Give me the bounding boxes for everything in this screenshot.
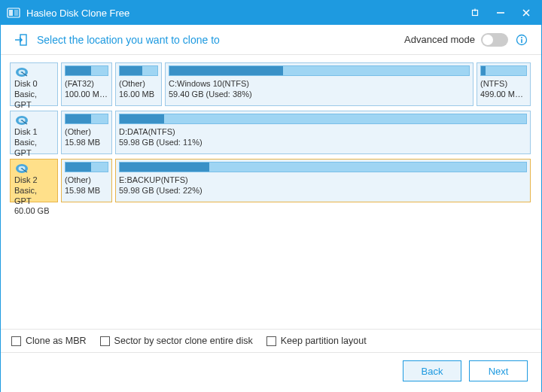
partition-size: 15.98 MB — [65, 186, 108, 196]
usage-bar — [480, 65, 527, 76]
disk-icon — [14, 163, 29, 175]
partition[interactable]: C:Windows 10(NTFS)59.40 GB (Used: 38%) — [165, 62, 473, 106]
checkbox-icon — [11, 336, 21, 346]
usage-bar — [119, 114, 527, 124]
partition-size: 15.98 MB — [65, 138, 108, 148]
sector-by-sector-label: Sector by sector clone entire disk — [114, 336, 253, 346]
disk-row[interactable]: Disk 0Basic, GPT60.00 GB(FAT32)100.00 MB… — [10, 62, 532, 106]
disk-header[interactable]: Disk 0Basic, GPT60.00 GB — [10, 62, 58, 106]
usage-bar — [65, 65, 108, 76]
checkbox-icon — [100, 336, 110, 346]
disk-info: Basic, GPT — [14, 138, 53, 159]
minimize-icon[interactable] — [495, 7, 507, 19]
disk-header[interactable]: Disk 2Basic, GPT60.00 GB — [10, 159, 58, 202]
svg-rect-1 — [9, 10, 13, 16]
partition[interactable]: (FAT32)100.00 MB ... — [61, 62, 112, 106]
close-icon[interactable] — [520, 7, 532, 19]
app-icon — [7, 6, 20, 20]
disk-name: Disk 0 — [14, 79, 53, 90]
partition-size: 499.00 MB ... — [480, 90, 527, 100]
disk-name: Disk 2 — [14, 175, 53, 186]
clone-as-mbr-checkbox[interactable]: Clone as MBR — [11, 336, 87, 346]
sector-by-sector-checkbox[interactable]: Sector by sector clone entire disk — [100, 336, 253, 346]
partition[interactable]: (Other)15.98 MB — [61, 111, 112, 154]
partition-label: (Other) — [65, 127, 108, 138]
partition[interactable]: (Other)15.98 MB — [61, 159, 112, 202]
usage-bar — [65, 162, 108, 172]
partition-size: 59.98 GB (Used: 22%) — [119, 186, 527, 196]
back-button[interactable]: Back — [403, 360, 461, 381]
disk-name: Disk 1 — [14, 127, 53, 138]
window-controls — [469, 7, 532, 19]
disk-list: Disk 0Basic, GPT60.00 GB(FAT32)100.00 MB… — [1, 55, 541, 210]
svg-rect-11 — [521, 39, 522, 43]
usage-bar — [169, 65, 470, 76]
bottom-bar: Clone as MBR Sector by sector clone enti… — [1, 329, 541, 392]
usage-bar — [119, 65, 158, 76]
partition-size: 16.00 MB — [119, 90, 158, 100]
partition-label: (Other) — [119, 79, 158, 90]
partition-label: (NTFS) — [480, 79, 527, 90]
svg-rect-2 — [14, 10, 18, 16]
disk-row[interactable]: Disk 2Basic, GPT60.00 GB(Other)15.98 MBE… — [10, 159, 532, 202]
svg-point-10 — [521, 37, 522, 38]
disk-icon — [14, 114, 29, 126]
advanced-mode-toggle[interactable] — [481, 33, 508, 47]
instruction-text: Select the location you want to clone to — [37, 34, 404, 46]
disk-row[interactable]: Disk 1Basic, GPT60.00 GB(Other)15.98 MBD… — [10, 111, 532, 154]
keep-layout-label: Keep partition layout — [281, 336, 367, 346]
partition[interactable]: (Other)16.00 MB — [115, 62, 162, 106]
info-icon[interactable] — [516, 34, 528, 46]
disk-info: Basic, GPT — [14, 90, 53, 111]
disk-info: Basic, GPT — [14, 186, 53, 207]
disk-header[interactable]: Disk 1Basic, GPT60.00 GB — [10, 111, 58, 154]
advanced-mode-label: Advanced mode — [404, 34, 475, 45]
disk-size: 60.00 GB — [14, 206, 53, 217]
partition-label: D:DATA(NTFS) — [119, 127, 527, 138]
keep-layout-checkbox[interactable]: Keep partition layout — [266, 336, 367, 346]
target-icon — [14, 33, 28, 47]
partition-label: (Other) — [65, 175, 108, 186]
button-row: Back Next — [1, 352, 541, 392]
usage-bar — [65, 114, 108, 124]
partition-label: C:Windows 10(NTFS) — [169, 79, 470, 90]
partition-size: 59.40 GB (Used: 38%) — [169, 90, 470, 100]
clone-as-mbr-label: Clone as MBR — [26, 336, 87, 346]
partition-size: 100.00 MB ... — [65, 90, 108, 100]
partition[interactable]: E:BACKUP(NTFS)59.98 GB (Used: 22%) — [115, 159, 531, 202]
checkbox-icon — [266, 336, 276, 346]
restore-icon[interactable] — [469, 7, 481, 19]
next-button[interactable]: Next — [469, 360, 528, 381]
partition-label: E:BACKUP(NTFS) — [119, 175, 527, 186]
usage-bar — [119, 162, 527, 172]
partition-size: 59.98 GB (Used: 11%) — [119, 138, 527, 148]
app-title: Hasleo Disk Clone Free — [26, 8, 469, 19]
title-bar: Hasleo Disk Clone Free — [1, 1, 541, 25]
options-row: Clone as MBR Sector by sector clone enti… — [1, 329, 541, 352]
partition[interactable]: (NTFS)499.00 MB ... — [477, 62, 531, 106]
instruction-bar: Select the location you want to clone to… — [1, 25, 541, 55]
disk-icon — [14, 66, 29, 78]
partition-label: (FAT32) — [65, 79, 108, 90]
partition[interactable]: D:DATA(NTFS)59.98 GB (Used: 11%) — [115, 111, 531, 154]
